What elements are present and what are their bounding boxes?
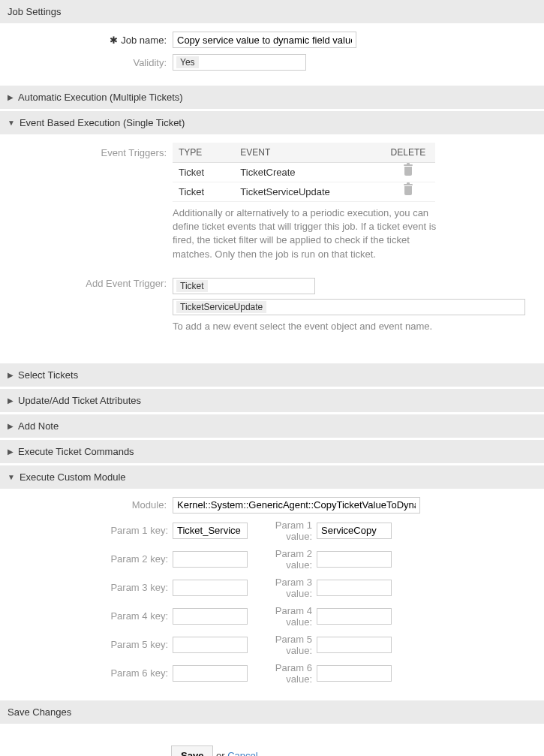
section-header-select-tickets[interactable]: ▶ Select Tickets: [0, 363, 544, 387]
param2-value-input[interactable]: [317, 551, 392, 568]
param5-key-input[interactable]: [173, 637, 248, 653]
section-title: Execute Custom Module: [20, 471, 126, 483]
col-event: EVENT: [234, 143, 381, 163]
row-param-3: Param 3 key: Param 3 value:: [8, 577, 536, 599]
triggers-help: Additionally or alternatively to a perio…: [173, 206, 443, 261]
section-header-save-changes: Save Changes: [0, 700, 544, 724]
section-title: Save Changes: [8, 706, 71, 718]
cell-type: Ticket: [173, 182, 234, 202]
section-title: Update/Add Ticket Attributes: [18, 395, 141, 406]
label-param3k: Param 3 key:: [8, 582, 173, 593]
param3-value-input[interactable]: [317, 580, 392, 596]
cell-type: Ticket: [173, 163, 234, 182]
section-header-event-exec[interactable]: ▼ Event Based Execution (Single Ticket): [0, 111, 544, 135]
row-validity: Validity: Yes: [8, 54, 536, 71]
cell-event: TicketCreate: [234, 163, 381, 182]
param2-key-input[interactable]: [173, 551, 248, 568]
job-name-input[interactable]: [173, 32, 356, 48]
section-header-update-add[interactable]: ▶ Update/Add Ticket Attributes: [0, 389, 544, 413]
label-add-event-trigger: Add Event Trigger:: [8, 278, 173, 289]
label-param3v: Param 3 value:: [248, 577, 317, 599]
save-actions: Save or Cancel: [171, 724, 544, 756]
label-param4k: Param 4 key:: [8, 610, 173, 622]
add-event-name-select[interactable]: TicketServiceUpdate: [173, 299, 525, 315]
param4-key-input[interactable]: [173, 608, 248, 625]
event-triggers-table: TYPE EVENT DELETE Ticket TicketCreate Ti…: [173, 143, 435, 202]
param1-value-input[interactable]: [317, 523, 392, 539]
row-param-4: Param 4 key: Param 4 value:: [8, 605, 536, 628]
table-row: Ticket TicketCreate: [173, 163, 435, 182]
save-button[interactable]: Save: [171, 745, 213, 756]
param5-value-input[interactable]: [317, 637, 392, 653]
row-add-event-trigger: Add Event Trigger: Ticket TicketServiceU…: [8, 278, 536, 333]
label-param5k: Param 5 key:: [8, 639, 173, 650]
label-param6k: Param 6 key:: [8, 667, 173, 679]
required-star-icon: ✱: [110, 35, 118, 46]
section-title: Select Tickets: [18, 369, 78, 381]
chevron-down-icon: ▼: [8, 119, 15, 127]
row-param-2: Param 2 key: Param 2 value:: [8, 548, 536, 571]
label-param1v: Param 1 value:: [248, 520, 317, 542]
row-param-5: Param 5 key: Param 5 value:: [8, 634, 536, 656]
cancel-link[interactable]: Cancel: [227, 750, 257, 756]
label-param6v: Param 6 value:: [248, 662, 317, 685]
section-header-exec-cmds[interactable]: ▶ Execute Ticket Commands: [0, 440, 544, 464]
col-delete: DELETE: [381, 143, 435, 163]
chevron-right-icon: ▶: [8, 371, 14, 379]
row-event-triggers: Event Triggers: TYPE EVENT DELETE Ticket…: [8, 143, 536, 261]
chevron-right-icon: ▶: [8, 93, 14, 101]
delete-icon[interactable]: [404, 186, 412, 195]
cell-event: TicketServiceUpdate: [234, 182, 381, 202]
add-event-help: To add a new event select the event obje…: [173, 320, 533, 333]
chevron-right-icon: ▶: [8, 396, 14, 405]
section-title: Job Settings: [8, 6, 62, 17]
exec-module-body: Module: Param 1 key: Param 1 value: Para…: [0, 489, 544, 700]
module-input[interactable]: [173, 497, 420, 514]
section-title: Add Note: [18, 420, 59, 432]
chevron-down-icon: ▼: [8, 473, 15, 481]
param4-value-input[interactable]: [317, 608, 392, 625]
section-title: Execute Ticket Commands: [18, 446, 134, 457]
section-header-add-note[interactable]: ▶ Add Note: [0, 414, 544, 438]
add-event-type-select[interactable]: Ticket: [173, 278, 315, 294]
validity-select[interactable]: Yes: [173, 54, 306, 71]
table-row: Ticket TicketServiceUpdate: [173, 182, 435, 202]
label-module: Module:: [8, 499, 173, 511]
delete-icon[interactable]: [404, 167, 412, 176]
param6-key-input[interactable]: [173, 665, 248, 682]
param1-key-input[interactable]: [173, 523, 248, 539]
chevron-right-icon: ▶: [8, 447, 14, 456]
row-module: Module:: [8, 497, 536, 514]
row-job-name: ✱ Job name:: [8, 32, 536, 48]
section-header-job-settings: Job Settings: [0, 0, 544, 24]
label-validity: Validity:: [8, 57, 173, 68]
chevron-right-icon: ▶: [8, 422, 14, 430]
section-header-auto-exec[interactable]: ▶ Automatic Execution (Multiple Tickets): [0, 86, 544, 110]
label-param2v: Param 2 value:: [248, 548, 317, 571]
label-param1k: Param 1 key:: [8, 525, 173, 536]
col-type: TYPE: [173, 143, 234, 163]
row-param-1: Param 1 key: Param 1 value:: [8, 520, 536, 542]
label-param2k: Param 2 key:: [8, 553, 173, 565]
label-event-triggers: Event Triggers:: [8, 143, 173, 158]
param6-value-input[interactable]: [317, 665, 392, 682]
section-title: Event Based Execution (Single Ticket): [20, 117, 185, 128]
label-param4v: Param 4 value:: [248, 605, 317, 628]
job-settings-body: ✱ Job name: Validity: Yes: [0, 24, 544, 86]
or-text: or: [216, 750, 227, 756]
section-title: Automatic Execution (Multiple Tickets): [18, 92, 183, 103]
label-param5v: Param 5 value:: [248, 634, 317, 656]
label-job-name: ✱ Job name:: [8, 35, 173, 46]
row-param-6: Param 6 key: Param 6 value:: [8, 662, 536, 685]
section-header-exec-module[interactable]: ▼ Execute Custom Module: [0, 465, 544, 489]
event-exec-body: Event Triggers: TYPE EVENT DELETE Ticket…: [0, 135, 544, 348]
param3-key-input[interactable]: [173, 580, 248, 596]
